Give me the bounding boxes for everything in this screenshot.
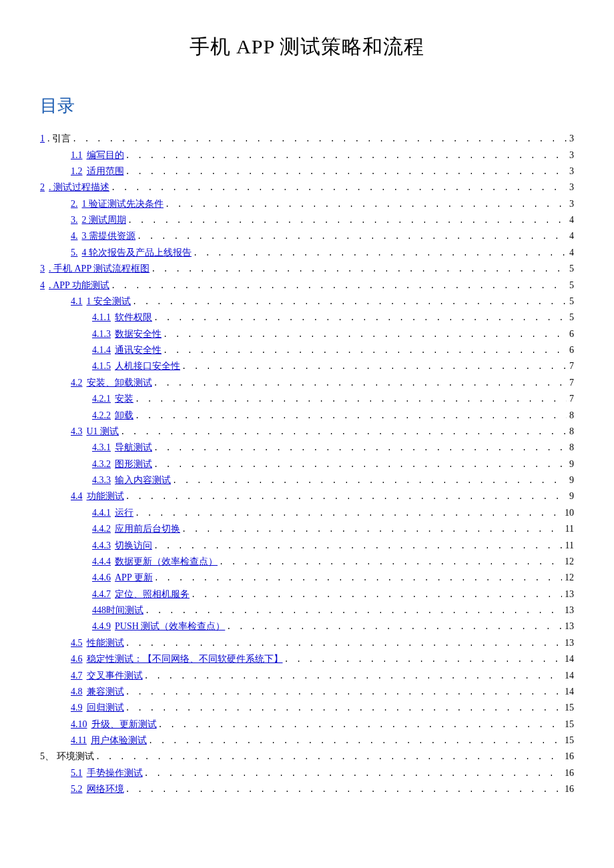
toc-entry-label[interactable]: 人机接口安全性: [115, 362, 180, 371]
toc-entry-label[interactable]: 应用前后台切换: [115, 524, 180, 534]
toc-entry-number[interactable]: 4.9: [71, 703, 83, 713]
toc-entry-number[interactable]: 4: [40, 281, 45, 290]
toc-entry-label[interactable]: 3 需提供资源: [82, 232, 136, 241]
toc-entry-number[interactable]: 4.4.2: [92, 524, 111, 534]
toc-row: 5.4 轮次报告及产品上线报告4: [40, 245, 574, 261]
toc-entry-label[interactable]: 网络环境: [87, 785, 124, 794]
toc-entry-label[interactable]: 性能测试: [87, 638, 124, 648]
toc-entry-number[interactable]: 4.2.1: [92, 394, 111, 404]
toc-entry-page: 8: [569, 411, 574, 420]
toc-entry-label[interactable]: 编写目的: [87, 151, 124, 160]
toc-entry-label[interactable]: 数据更新（效率检查点）: [115, 557, 218, 566]
toc-entry-label[interactable]: 安装: [115, 394, 133, 404]
toc-entry-label[interactable]: 时间测试: [106, 606, 143, 615]
toc-leader-dots: [182, 363, 567, 371]
toc-entry-number[interactable]: 3.: [71, 215, 78, 225]
toc-entry-label[interactable]: 兼容测试: [87, 687, 124, 697]
toc-entry-page: 11: [565, 541, 574, 550]
toc-entry-number[interactable]: 2.: [71, 199, 78, 209]
toc-entry-number[interactable]: 5.1: [71, 769, 83, 778]
toc-entry-number[interactable]: 4.3.3: [92, 476, 111, 485]
toc-entry-label[interactable]: 导航测试: [115, 443, 152, 452]
toc-row: 4.2.1安装7: [40, 391, 574, 407]
toc-leader-dots: [135, 510, 562, 518]
toc-entry-number[interactable]: 1.2: [71, 167, 83, 176]
toc-entry-number[interactable]: 2: [40, 183, 45, 192]
toc-entry-label[interactable]: 图形测试: [115, 460, 152, 469]
toc-entry-number[interactable]: 4.3.1: [92, 443, 111, 452]
toc-leader-dots: [95, 753, 562, 761]
toc-entry-number[interactable]: 4.4.9: [92, 622, 111, 631]
toc-entry-number[interactable]: 1: [40, 134, 45, 143]
toc-entry-number[interactable]: 4.1: [71, 297, 83, 306]
toc-leader-dots: [125, 493, 567, 501]
toc-entry-label[interactable]: 功能测试: [87, 492, 124, 501]
toc-entry-label[interactable]: 通讯安全性: [115, 346, 162, 355]
toc-entry-number[interactable]: 4.4: [71, 492, 83, 501]
toc-entry-label[interactable]: 4 轮次报告及产品上线报告: [82, 248, 192, 258]
toc-entry-label[interactable]: . APP 功能测试: [49, 281, 109, 290]
toc-entry-label[interactable]: 软件权限: [115, 313, 152, 322]
toc-row: 4.4.1运行10: [40, 505, 574, 521]
toc-entry-number[interactable]: 5.: [71, 248, 78, 258]
toc-entry-label[interactable]: 输入内容测试: [115, 476, 171, 485]
toc-entry-label[interactable]: . 测试过程描述: [49, 183, 109, 192]
toc-leader-dots: [137, 233, 567, 241]
toc-entry-label[interactable]: 定位、照相机服务: [115, 590, 190, 599]
toc-entry-number[interactable]: 4.1.3: [92, 330, 111, 339]
toc-entry-label[interactable]: 1 验证测试先决条件: [82, 199, 164, 209]
toc-entry-number[interactable]: 4.4.3: [92, 541, 111, 550]
toc-entry-number[interactable]: 4.8: [71, 687, 83, 697]
toc-entry-label[interactable]: 安装、卸载测试: [87, 378, 152, 388]
toc-entry-page: 13: [565, 638, 574, 648]
toc-entry-page: 16: [565, 785, 574, 794]
toc-entry-number[interactable]: 4.: [71, 232, 78, 241]
toc-entry-number[interactable]: 4.2: [71, 378, 83, 388]
toc-entry-label[interactable]: 2 测试周期: [82, 215, 127, 225]
toc-entry-label[interactable]: 运行: [115, 508, 133, 518]
toc-entry-number[interactable]: 4.11: [71, 736, 87, 745]
toc-entry-label[interactable]: . 手机 APP 测试流程框图: [49, 264, 149, 274]
toc-entry-number[interactable]: 4.1.4: [92, 346, 111, 355]
toc-entry-number[interactable]: 448: [92, 606, 106, 615]
toc-entry-number[interactable]: 1.1: [71, 151, 83, 160]
toc-entry-label[interactable]: APP 更新: [115, 573, 153, 582]
toc-entry-page: 8: [569, 427, 574, 436]
toc-entry-number[interactable]: 4.5: [71, 638, 83, 648]
toc-entry-label[interactable]: 卸载: [115, 411, 133, 420]
toc-leader-dots: [154, 542, 563, 550]
toc-entry-page: 5: [569, 264, 574, 274]
toc-entry-label[interactable]: 回归测试: [87, 703, 124, 713]
toc-entry-label[interactable]: 数据安全性: [115, 330, 162, 339]
toc-entry-label[interactable]: 适用范围: [87, 167, 124, 176]
toc-entry-label[interactable]: 稳定性测试：【不同网络、不同软硬件系统下】: [87, 655, 283, 664]
toc-entry-number[interactable]: 5.2: [71, 785, 83, 794]
toc-entry-label[interactable]: U1 测试: [87, 427, 119, 436]
toc-entry-number[interactable]: 4.10: [71, 720, 87, 729]
toc-entry-number[interactable]: 4.1.1: [92, 313, 111, 322]
toc-entry-number[interactable]: 3: [40, 264, 45, 274]
toc-entry-label[interactable]: 用户体验测试: [91, 736, 147, 745]
toc-entry-label[interactable]: PUSH 测试（效率检查点）: [115, 622, 225, 631]
toc-entry-label[interactable]: 1 安全测试: [87, 297, 131, 306]
toc-entry-number[interactable]: 4.4.6: [92, 573, 111, 582]
toc-leader-dots: [125, 689, 563, 697]
toc-entry-number[interactable]: 4.6: [71, 655, 83, 664]
toc-entry-label[interactable]: 切换访问: [115, 541, 152, 550]
toc-entry-label[interactable]: 手势操作测试: [87, 769, 143, 778]
toc-leader-dots: [172, 477, 567, 485]
toc-row: 2. 测试过程描述3: [40, 179, 574, 195]
toc-entry-number[interactable]: 4.4.1: [92, 508, 111, 518]
toc-entry-number[interactable]: 4.3.2: [92, 460, 111, 469]
toc-entry-number[interactable]: 4.3: [71, 427, 83, 436]
toc-entry-number[interactable]: 4.1.5: [92, 362, 111, 371]
toc-entry-number[interactable]: 4.2.2: [92, 411, 111, 420]
toc-leader-dots: [158, 721, 563, 729]
toc-entry-label[interactable]: 交叉事件测试: [87, 671, 143, 681]
toc-entry-number[interactable]: 4.7: [71, 671, 83, 681]
toc-leader-dots: [165, 201, 567, 209]
toc-entry-page: 14: [565, 671, 574, 681]
toc-entry-number[interactable]: 4.4.4: [92, 557, 111, 566]
toc-entry-number[interactable]: 4.4.7: [92, 590, 111, 599]
toc-entry-label[interactable]: 升级、更新测试: [91, 720, 157, 729]
